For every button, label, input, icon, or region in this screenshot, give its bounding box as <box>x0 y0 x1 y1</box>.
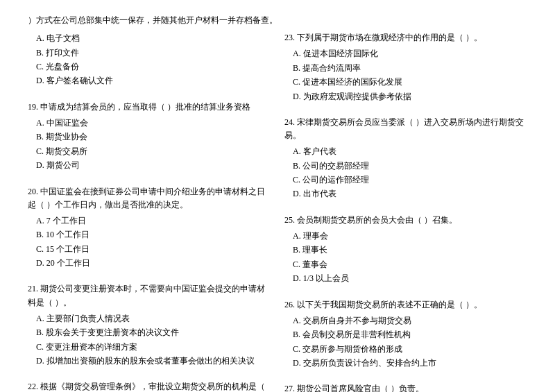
question-block-26: 26. 以下关于我国期货交易所的表述不正确的是（ ）。 A. 交易所自身并不参与… <box>284 298 527 370</box>
question-block-options-first: A. 电子文档 B. 打印文件 C. 光盘备份 D. 客户签名确认文件 <box>28 31 271 88</box>
right-column: 23. 下列属于期货市场在微观经济中的作用的是（ ）。 A. 促进本国经济国际化… <box>284 31 527 392</box>
option-21-A: A. 主要部门负责人情况表 <box>28 312 271 325</box>
option-23-B: B. 提高合约流周率 <box>284 61 527 75</box>
option-21-D: D. 拟增加出资额的股东的股东会或者董事会做出的相关决议 <box>28 354 271 368</box>
option-25-D: D. 1/3 以上会员 <box>284 271 527 285</box>
option-20-C: C. 15 个工作日 <box>28 242 271 256</box>
option-25-B: B. 理事长 <box>284 243 527 257</box>
page-content: A. 电子文档 B. 打印文件 C. 光盘备份 D. 客户签名确认文件 19. … <box>28 31 527 392</box>
question-block-20: 20. 中国证监会在接到证券公司申请中间介绍业务的申请材料之日起（ ）个工作日内… <box>28 185 271 271</box>
option-25-A: A. 理事会 <box>284 229 527 243</box>
option-24-B: B. 公司的交易部经理 <box>284 159 527 173</box>
option-19-C: C. 期货交易所 <box>28 144 271 158</box>
option-24-D: D. 出市代表 <box>284 187 527 201</box>
option-26-D: D. 交易所负责设计合约、安排合约上市 <box>284 356 527 370</box>
question-title-21: 21. 期货公司变更注册资本时，不需要向中国证监会提交的申请材料是（ ）。 <box>28 282 271 309</box>
option-19-B: B. 期货业协会 <box>28 130 271 144</box>
option-21-C: C. 变更注册资本的详细方案 <box>28 340 271 354</box>
question-title-24: 24. 宋律期货交易所会员应当委派（ ）进入交易所场内进行期货交易。 <box>284 116 527 142</box>
option-D-first: D. 客户签名确认文件 <box>28 74 271 87</box>
question-title-27: 27. 期货公司首席风险官由（ ）负责。 <box>284 382 527 392</box>
question-block-22: 22. 根据《期货交易管理条例》，审批设立期货交易所的机构是（ ）。 A. 中国… <box>28 380 271 392</box>
option-A-first: A. 电子文档 <box>28 31 271 45</box>
question-block-25: 25. 会员制期货交易所的会员大会由（ ）召集。 A. 理事会 B. 理事长 C… <box>284 214 527 286</box>
option-26-B: B. 会员制交易所是非营利性机构 <box>284 327 527 341</box>
question-block-19: 19. 申请成为结算会员的，应当取得（ ）批准的结算业务资格 A. 中国证监会 … <box>28 101 271 173</box>
question-title-25: 25. 会员制期货交易所的会员大会由（ ）召集。 <box>284 214 527 227</box>
question-title-23: 23. 下列属于期货市场在微观经济中的作用的是（ ）。 <box>284 31 527 44</box>
option-C-first: C. 光盘备份 <box>28 60 271 74</box>
option-21-B: B. 股东会关于变更注册资本的决议文件 <box>28 325 271 339</box>
option-24-C: C. 公司的运作部经理 <box>284 173 527 187</box>
option-20-B: B. 10 个工作日 <box>28 228 271 241</box>
option-26-C: C. 交易所参与期货价格的形成 <box>284 342 527 356</box>
question-block-24: 24. 宋律期货交易所会员应当委派（ ）进入交易所场内进行期货交易。 A. 客户… <box>284 116 527 201</box>
option-B-first: B. 打印文件 <box>28 46 271 60</box>
option-24-A: A. 客户代表 <box>284 144 527 158</box>
question-title-20: 20. 中国证监会在接到证券公司申请中间介绍业务的申请材料之日起（ ）个工作日内… <box>28 185 271 212</box>
left-column: A. 电子文档 B. 打印文件 C. 光盘备份 D. 客户签名确认文件 19. … <box>28 31 271 392</box>
option-23-A: A. 促进本国经济国际化 <box>284 46 527 60</box>
option-19-A: A. 中国证监会 <box>28 116 271 130</box>
question-block-21: 21. 期货公司变更注册资本时，不需要向中国证监会提交的申请材料是（ ）。 A.… <box>28 282 271 368</box>
option-20-A: A. 7 个工作日 <box>28 214 271 228</box>
question-title-19: 19. 申请成为结算会员的，应当取得（ ）批准的结算业务资格 <box>28 101 271 114</box>
option-20-D: D. 20 个工作日 <box>28 256 271 270</box>
intro-text: ）方式在公司总部集中统一保存，并随其他开户材料一并存档备查。 <box>28 14 527 27</box>
option-26-A: A. 交易所自身并不参与期货交易 <box>284 314 527 327</box>
option-25-C: C. 董事会 <box>284 257 527 271</box>
question-title-26: 26. 以下关于我国期货交易所的表述不正确的是（ ）。 <box>284 298 527 312</box>
question-title-22: 22. 根据《期货交易管理条例》，审批设立期货交易所的机构是（ ）。 <box>28 380 271 392</box>
option-23-D: D. 为政府宏观调控提供参考依据 <box>284 90 527 103</box>
question-block-23: 23. 下列属于期货市场在微观经济中的作用的是（ ）。 A. 促进本国经济国际化… <box>284 31 527 103</box>
option-19-D: D. 期货公司 <box>28 158 271 172</box>
question-block-27: 27. 期货公司首席风险官由（ ）负责。 A. 中国期货业协会 B. 期货交易所… <box>284 382 527 392</box>
option-23-C: C. 促进本国经济的国际化发展 <box>284 75 527 89</box>
